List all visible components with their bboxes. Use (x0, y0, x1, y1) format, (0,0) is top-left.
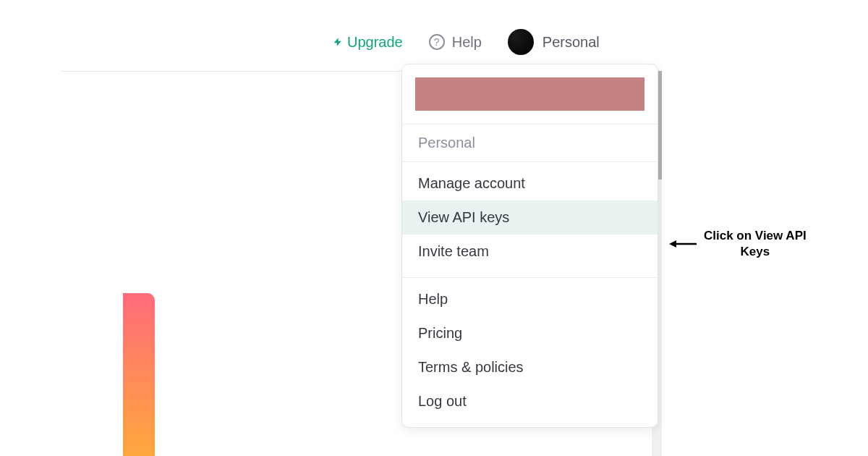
gradient-decoration (123, 293, 155, 456)
question-icon: ? (429, 34, 445, 50)
svg-marker-1 (669, 240, 676, 248)
menu-group-account: Manage account View API keys Invite team (402, 161, 658, 277)
menu-item-terms[interactable]: Terms & policies (402, 350, 658, 384)
menu-item-help[interactable]: Help (402, 282, 658, 316)
annotation-text: Click on View API Keys (704, 228, 807, 260)
annotation-callout: Click on View API Keys (669, 228, 807, 260)
avatar (508, 29, 534, 55)
redacted-user-info (415, 77, 644, 111)
top-bar: Upgrade ? Help Personal (0, 29, 868, 55)
menu-section-header: Personal (402, 124, 658, 161)
help-button[interactable]: ? Help (429, 34, 482, 51)
menu-item-pricing[interactable]: Pricing (402, 316, 658, 350)
account-dropdown-menu: Personal Manage account View API keys In… (401, 64, 658, 428)
arrow-left-icon (669, 237, 698, 251)
menu-group-links: Help Pricing Terms & policies Log out (402, 277, 658, 427)
help-label: Help (452, 34, 482, 51)
upgrade-label: Upgrade (347, 34, 403, 51)
personal-label: Personal (542, 34, 600, 51)
menu-item-invite-team[interactable]: Invite team (402, 235, 658, 269)
upgrade-button[interactable]: Upgrade (333, 34, 403, 51)
personal-account-button[interactable]: Personal (508, 29, 600, 55)
menu-item-logout[interactable]: Log out (402, 384, 658, 418)
menu-section: Personal (402, 124, 658, 161)
lightning-icon (333, 35, 343, 48)
menu-item-view-api-keys[interactable]: View API keys (402, 200, 658, 235)
menu-item-manage-account[interactable]: Manage account (402, 166, 658, 200)
